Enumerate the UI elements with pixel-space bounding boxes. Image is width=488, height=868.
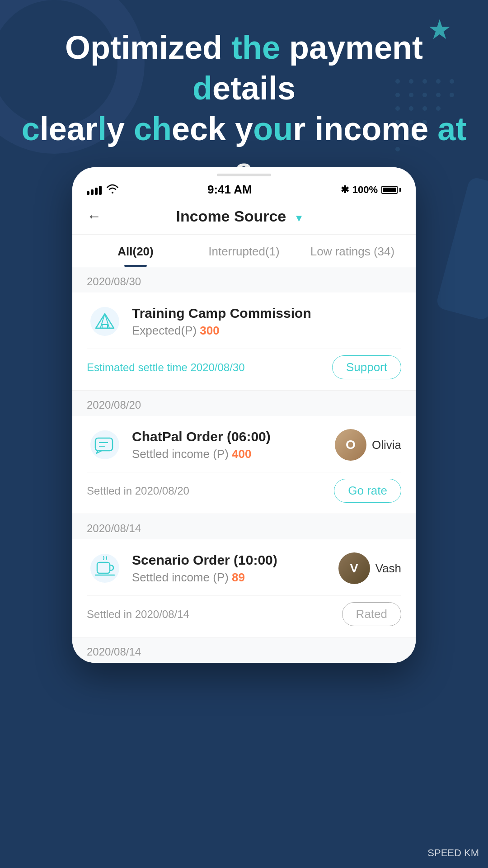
card-main-2: ChatPal Order (06:00) Settled income (P)… bbox=[87, 427, 401, 463]
card-subtitle-2: Settled income (P) 400 bbox=[132, 447, 326, 461]
wifi-icon bbox=[106, 184, 119, 196]
coffee-icon bbox=[87, 550, 123, 586]
card-subtitle-1: Expected(P) 300 bbox=[132, 324, 401, 338]
hero-line1: Optimized the payment details bbox=[65, 29, 423, 106]
tab-all[interactable]: All(20) bbox=[81, 235, 190, 267]
subtitle-prefix-2: Settled income (P) bbox=[132, 447, 229, 461]
date-label-4: 2020/08/14 bbox=[87, 646, 141, 658]
signal-bar-4 bbox=[99, 186, 102, 195]
page-title: Income Source ▼ bbox=[101, 208, 379, 225]
date-label-2: 2020/08/20 bbox=[87, 399, 141, 411]
page-title-text: Income Source bbox=[176, 208, 286, 225]
date-group-3: 2020/08/14 bbox=[72, 514, 416, 539]
footer-text-1: Estimated settle time 2020/08/30 bbox=[87, 361, 245, 374]
card-main-3: Scenario Order (10:00) Settled income (P… bbox=[87, 550, 401, 586]
date-group-1: 2020/08/30 bbox=[72, 267, 416, 292]
support-button[interactable]: Support bbox=[332, 355, 401, 379]
svg-point-26 bbox=[90, 554, 119, 583]
notch-bar bbox=[217, 174, 271, 176]
card-footer-3: Settled in 2020/08/14 Rated bbox=[87, 595, 401, 626]
user-name-2: Olivia bbox=[372, 438, 401, 452]
svg-point-20 bbox=[90, 307, 119, 336]
status-right: ✱ 100% bbox=[341, 184, 401, 196]
svg-point-22 bbox=[90, 430, 119, 459]
go-rate-button[interactable]: Go rate bbox=[334, 479, 401, 503]
tab-low-ratings[interactable]: Low ratings (34) bbox=[298, 235, 407, 267]
phone-notch bbox=[72, 167, 416, 179]
tab-all-label: All(20) bbox=[117, 245, 153, 258]
date-label-1: 2020/08/30 bbox=[87, 275, 141, 288]
signal-bar-2 bbox=[91, 189, 94, 195]
signal-bar-1 bbox=[87, 191, 89, 195]
status-time: 9:41 AM bbox=[207, 183, 252, 197]
date-group-2: 2020/08/20 bbox=[72, 391, 416, 416]
card-info-2: ChatPal Order (06:00) Settled income (P)… bbox=[132, 429, 326, 461]
watermark: SPEED KM bbox=[427, 847, 479, 859]
bluetooth-icon: ✱ bbox=[341, 184, 349, 196]
card-title-1: Training Camp Commission bbox=[132, 306, 401, 321]
dropdown-arrow[interactable]: ▼ bbox=[294, 212, 304, 224]
footer-text-2: Settled in 2020/08/20 bbox=[87, 485, 189, 497]
card-subtitle-3: Settled income (P) 89 bbox=[132, 571, 329, 585]
subtitle-prefix-3: Settled income (P) bbox=[132, 571, 229, 584]
battery-icon bbox=[381, 186, 401, 194]
card-info-3: Scenario Order (10:00) Settled income (P… bbox=[132, 552, 329, 585]
income-card-2: ChatPal Order (06:00) Settled income (P)… bbox=[72, 416, 416, 514]
date-label-3: 2020/08/14 bbox=[87, 522, 141, 534]
rated-button[interactable]: Rated bbox=[342, 602, 401, 626]
tab-bar: All(20) Interrupted(1) Low ratings (34) bbox=[72, 235, 416, 267]
status-bar: 9:41 AM ✱ 100% bbox=[72, 179, 416, 200]
user-avatar-vash: V bbox=[338, 552, 370, 584]
tent-icon bbox=[87, 303, 123, 340]
card-title-3: Scenario Order (10:00) bbox=[132, 552, 329, 568]
card-right-2: O Olivia bbox=[335, 429, 401, 461]
tab-interrupted[interactable]: Interrupted(1) bbox=[190, 235, 298, 267]
phone-mockup: 9:41 AM ✱ 100% ← Income Source ▼ All(20)… bbox=[72, 167, 416, 663]
card-info-1: Training Camp Commission Expected(P) 300 bbox=[132, 306, 401, 338]
card-amount-3: 89 bbox=[232, 571, 245, 584]
chat-icon bbox=[87, 427, 123, 463]
user-name-3: Vash bbox=[375, 561, 401, 576]
signal-bars bbox=[87, 185, 102, 195]
footer-text-3: Settled in 2020/08/14 bbox=[87, 608, 189, 621]
battery-percent: 100% bbox=[352, 184, 378, 196]
card-amount-2: 400 bbox=[232, 447, 251, 461]
card-title-2: ChatPal Order (06:00) bbox=[132, 429, 326, 444]
card-right-3: V Vash bbox=[338, 552, 401, 584]
date-group-4: 2020/08/14 bbox=[72, 637, 416, 663]
app-header: ← Income Source ▼ bbox=[72, 200, 416, 235]
card-footer-2: Settled in 2020/08/20 Go rate bbox=[87, 472, 401, 503]
tab-low-ratings-label: Low ratings (34) bbox=[310, 245, 394, 258]
status-left bbox=[87, 184, 119, 196]
income-card-3: Scenario Order (10:00) Settled income (P… bbox=[72, 539, 416, 637]
income-card-1: Training Camp Commission Expected(P) 300… bbox=[72, 292, 416, 391]
user-avatar-olivia: O bbox=[335, 429, 366, 461]
back-button[interactable]: ← bbox=[87, 208, 101, 225]
tab-interrupted-label: Interrupted(1) bbox=[208, 245, 280, 258]
subtitle-prefix-1: Expected(P) bbox=[132, 324, 197, 337]
content-area: 2020/08/30 Training Camp Commission bbox=[72, 267, 416, 663]
card-main-1: Training Camp Commission Expected(P) 300 bbox=[87, 303, 401, 340]
card-amount-1: 300 bbox=[200, 324, 219, 337]
card-footer-1: Estimated settle time 2020/08/30 Support bbox=[87, 349, 401, 379]
signal-bar-3 bbox=[95, 188, 98, 195]
